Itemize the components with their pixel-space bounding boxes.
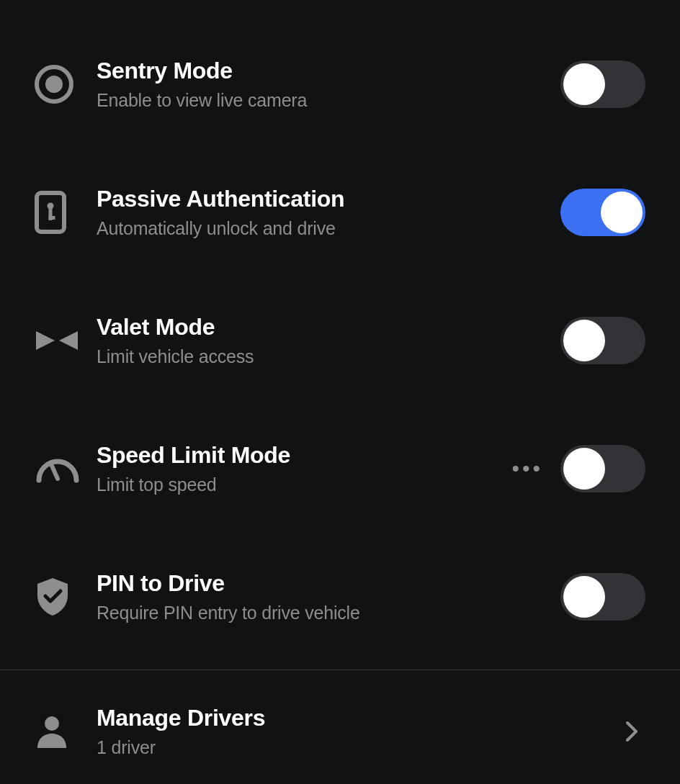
svg-point-7	[45, 716, 59, 731]
svg-rect-5	[49, 216, 55, 220]
speed-limit-subtitle: Limit top speed	[97, 474, 511, 495]
manage-drivers-subtitle: 1 driver	[97, 737, 625, 758]
passive-auth-toggle[interactable]	[560, 189, 645, 236]
person-icon	[35, 713, 97, 749]
valet-toggle[interactable]	[560, 317, 645, 364]
svg-line-6	[52, 466, 58, 479]
shield-check-icon	[35, 577, 97, 617]
record-icon	[35, 65, 97, 104]
pin-drive-title: PIN to Drive	[97, 570, 560, 597]
pin-drive-toggle[interactable]	[560, 573, 645, 621]
more-icon[interactable]: •••	[511, 458, 543, 479]
manage-drivers-title: Manage Drivers	[97, 705, 625, 731]
row-pin-to-drive: PIN to Drive Require PIN entry to drive …	[35, 556, 645, 655]
passive-auth-title: Passive Authentication	[97, 186, 560, 212]
valet-subtitle: Limit vehicle access	[97, 346, 560, 367]
keycard-icon	[35, 191, 97, 234]
sentry-title: Sentry Mode	[97, 58, 560, 84]
speed-limit-title: Speed Limit Mode	[97, 442, 511, 469]
row-sentry-mode: Sentry Mode Enable to view live camera	[35, 43, 645, 143]
speedometer-icon	[35, 453, 97, 485]
svg-point-1	[45, 76, 63, 93]
row-passive-auth: Passive Authentication Automatically unl…	[35, 171, 645, 271]
row-speed-limit: Speed Limit Mode Limit top speed •••	[35, 428, 645, 527]
chevron-right-icon	[625, 721, 638, 742]
valet-title: Valet Mode	[97, 314, 560, 341]
manage-drivers-row[interactable]: Manage Drivers 1 driver	[35, 670, 645, 784]
sentry-toggle[interactable]	[560, 60, 645, 108]
speed-limit-toggle[interactable]	[560, 445, 645, 492]
row-valet-mode: Valet Mode Limit vehicle access	[35, 299, 645, 399]
bowtie-icon	[35, 328, 97, 353]
sentry-subtitle: Enable to view live camera	[97, 90, 560, 111]
pin-drive-subtitle: Require PIN entry to drive vehicle	[97, 603, 560, 623]
passive-auth-subtitle: Automatically unlock and drive	[97, 218, 560, 239]
